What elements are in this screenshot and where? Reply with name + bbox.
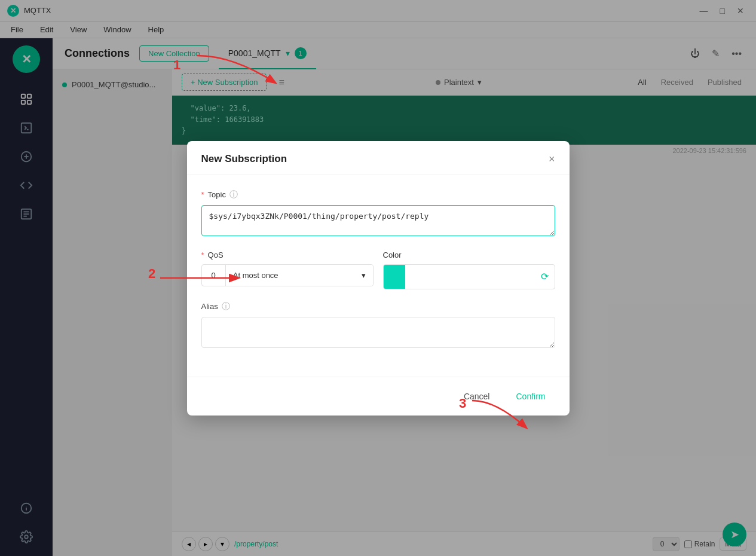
qos-selected-value: At most once <box>233 271 278 280</box>
alias-input[interactable] <box>201 317 555 348</box>
topic-label-text: Topic <box>208 190 226 199</box>
qos-color-row: * QoS 0 At most once ▾ Color <box>201 250 555 289</box>
topic-required-star: * <box>201 190 204 199</box>
qos-dropdown[interactable]: At most once ▾ <box>226 265 373 286</box>
qos-number: 0 <box>202 265 226 286</box>
dialog-close-button[interactable]: × <box>549 154 555 164</box>
dialog-footer: Cancel Confirm <box>187 377 570 416</box>
qos-required-star: * <box>201 250 204 259</box>
color-field: #05D7B7 ⟳ <box>383 264 555 289</box>
qos-field: 0 At most once ▾ <box>201 264 374 286</box>
confirm-button[interactable]: Confirm <box>506 387 555 406</box>
color-input[interactable]: #05D7B7 <box>405 266 535 287</box>
color-label: Color <box>383 250 555 259</box>
color-col: Color #05D7B7 ⟳ <box>383 250 555 289</box>
cancel-button[interactable]: Cancel <box>454 387 500 406</box>
topic-info-icon[interactable]: ⓘ <box>229 190 238 200</box>
qos-chevron-icon: ▾ <box>362 271 366 280</box>
topic-input[interactable]: $sys/i7ybqx3ZNk/P0001/thing/property/pos… <box>201 205 555 236</box>
color-refresh-icon[interactable]: ⟳ <box>535 266 555 287</box>
color-label-text: Color <box>383 250 402 259</box>
topic-form-group: * Topic ⓘ $sys/i7ybqx3ZNk/P0001/thing/pr… <box>201 190 555 239</box>
qos-col: * QoS 0 At most once ▾ <box>201 250 374 289</box>
color-swatch[interactable] <box>384 265 405 289</box>
new-subscription-dialog: New Subscription × * Topic ⓘ $sys/i7ybqx… <box>187 141 570 416</box>
modal-overlay: New Subscription × * Topic ⓘ $sys/i7ybqx… <box>0 0 756 556</box>
dialog-title: New Subscription <box>201 153 287 165</box>
alias-form-group: Alias ⓘ <box>201 301 555 350</box>
alias-label: Alias ⓘ <box>201 301 555 312</box>
alias-label-text: Alias <box>201 302 218 311</box>
dialog-body: * Topic ⓘ $sys/i7ybqx3ZNk/P0001/thing/pr… <box>187 175 570 377</box>
qos-label-text: QoS <box>208 250 224 259</box>
alias-info-icon[interactable]: ⓘ <box>222 301 230 312</box>
qos-label: * QoS <box>201 250 374 259</box>
topic-label: * Topic ⓘ <box>201 190 555 200</box>
dialog-header: New Subscription × <box>187 141 570 175</box>
